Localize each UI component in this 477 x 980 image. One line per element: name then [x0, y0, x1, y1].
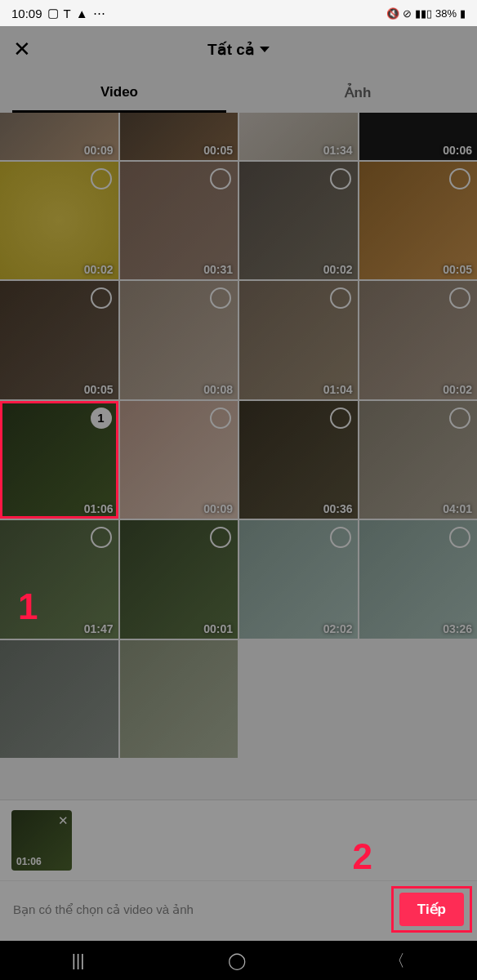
thumbnail-duration: 00:01 [203, 622, 233, 635]
selection-circle[interactable] [210, 168, 231, 189]
thumbnail-duration: 01:04 [323, 383, 353, 396]
thumbnail-duration: 00:09 [84, 144, 114, 157]
tab-video[interactable]: Video [0, 72, 238, 113]
selection-circle[interactable] [91, 287, 112, 309]
video-thumbnail[interactable]: 00:36 [239, 401, 358, 519]
thumbnail-duration: 00:08 [203, 383, 233, 396]
selection-circle[interactable] [330, 527, 351, 548]
recents-button[interactable]: ||| [72, 951, 85, 970]
selected-strip: ✕ 01:06 [0, 800, 477, 880]
text-indicator: T [64, 7, 71, 20]
video-thumbnail[interactable]: 01:04 [239, 281, 358, 399]
warning-icon: ▲ [76, 7, 88, 20]
thumbnail-duration: 00:36 [323, 502, 353, 515]
video-thumbnail[interactable]: 00:02 [359, 281, 478, 399]
selection-circle[interactable] [91, 527, 112, 548]
close-icon[interactable]: ✕ [13, 37, 31, 62]
video-thumbnail[interactable]: 03:26 [359, 520, 478, 639]
video-thumbnail[interactable]: 01:47 [0, 520, 118, 639]
thumbnail-duration: 00:09 [203, 502, 233, 515]
video-thumbnail[interactable]: 01:061 [0, 401, 118, 519]
video-thumbnail[interactable]: 00:05 [0, 281, 118, 399]
video-thumbnail[interactable]: 00:05 [359, 162, 478, 280]
status-bar: 10:09 ▢ T ▲ ⋯ 🔇 ⊘ ▮▮▯ 38% ▮ [0, 0, 477, 26]
video-thumbnail[interactable]: 00:02 [239, 162, 358, 280]
video-thumbnail[interactable]: 00:02 [0, 162, 118, 280]
video-thumbnail[interactable]: 00:08 [120, 281, 238, 399]
thumbnail-duration: 00:02 [323, 263, 353, 276]
thumbnail-duration: 01:06 [84, 502, 114, 515]
battery-icon: ▮ [460, 7, 466, 20]
video-thumbnail[interactable]: 00:31 [120, 162, 238, 280]
album-selector[interactable]: Tất cả [207, 40, 270, 59]
thumbnail-duration: 01:47 [84, 622, 114, 635]
media-tabs: Video Ảnh [0, 72, 477, 113]
video-thumbnail[interactable] [120, 640, 238, 759]
picker-header: ✕ Tất cả [0, 26, 477, 72]
thumbnail-duration: 00:05 [84, 383, 114, 396]
thumbnail-duration: 00:31 [203, 263, 233, 276]
selected-mini-duration: 01:06 [16, 856, 42, 867]
selection-circle[interactable] [330, 168, 351, 189]
thumbnail-duration: 02:02 [323, 622, 353, 635]
video-thumbnail[interactable]: 00:01 [120, 520, 238, 639]
thumbnail-duration: 03:26 [443, 622, 472, 635]
hint-text: Bạn có thể chọn cả video và ảnh [13, 902, 194, 917]
selection-circle[interactable] [449, 408, 470, 429]
video-thumbnail[interactable]: 00:06 [359, 113, 478, 160]
selection-circle[interactable] [210, 408, 231, 429]
media-grid: 00:0900:0501:3400:0600:0200:3100:0200:05… [0, 113, 477, 758]
chevron-down-icon [260, 47, 270, 52]
thumbnail-duration: 00:05 [443, 263, 472, 276]
thumbnail-duration: 00:06 [443, 144, 472, 157]
selection-circle[interactable] [449, 527, 470, 548]
more-icon: ⋯ [93, 6, 105, 20]
selection-circle[interactable] [449, 168, 470, 189]
gallery-icon: ▢ [47, 6, 59, 20]
wifi-off-icon: ⊘ [403, 7, 412, 20]
status-time: 10:09 [11, 7, 42, 20]
thumbnail-duration: 04:01 [443, 502, 472, 515]
battery-text: 38% [435, 7, 457, 20]
video-thumbnail[interactable]: 00:09 [0, 113, 118, 160]
selection-circle[interactable] [330, 408, 351, 429]
selection-badge[interactable]: 1 [91, 408, 112, 429]
selection-circle[interactable] [449, 287, 470, 309]
selection-circle[interactable] [210, 287, 231, 309]
video-thumbnail[interactable]: 02:02 [239, 520, 358, 639]
home-button[interactable]: ◯ [228, 951, 246, 970]
selection-circle[interactable] [91, 168, 112, 189]
mute-icon: 🔇 [386, 7, 399, 20]
signal-icon: ▮▮▯ [415, 7, 432, 20]
album-title: Tất cả [207, 40, 255, 59]
thumbnail-duration: 01:34 [323, 144, 353, 157]
video-thumbnail[interactable]: 00:05 [120, 113, 238, 160]
video-thumbnail[interactable]: 00:09 [120, 401, 238, 519]
bottom-panel: ✕ 01:06 Bạn có thể chọn cả video và ảnh … [0, 800, 477, 941]
thumbnail-duration: 00:05 [203, 144, 233, 157]
android-nav-bar: ||| ◯ 〈 [0, 941, 477, 980]
next-button[interactable]: Tiếp [399, 893, 464, 926]
thumbnail-duration: 00:02 [443, 383, 472, 396]
back-button[interactable]: 〈 [389, 950, 405, 972]
selection-circle[interactable] [210, 527, 231, 548]
video-thumbnail[interactable] [0, 640, 118, 759]
thumbnail-duration: 00:02 [84, 263, 114, 276]
selected-thumbnail[interactable]: ✕ 01:06 [11, 810, 72, 871]
tab-photo[interactable]: Ảnh [238, 72, 477, 113]
remove-icon[interactable]: ✕ [58, 813, 69, 828]
video-thumbnail[interactable]: 04:01 [359, 401, 478, 519]
selection-circle[interactable] [330, 287, 351, 309]
video-thumbnail[interactable]: 01:34 [239, 113, 358, 160]
